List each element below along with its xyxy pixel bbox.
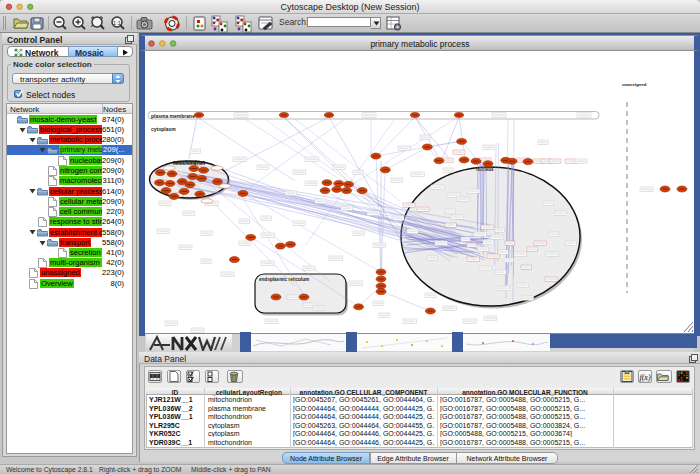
svg-text:plasma membrane: plasma membrane [151,113,195,119]
svg-text:1:1: 1:1 [113,20,122,26]
svg-text:nucleus: nucleus [476,167,494,172]
svg-text:unassigned: unassigned [622,82,647,87]
svg-text:f(x): f(x) [639,373,650,382]
svg-text:endoplasmic reticulum: endoplasmic reticulum [259,277,309,282]
svg-text:cytoplasm: cytoplasm [151,126,176,132]
svg-text:mitochondrion: mitochondrion [173,161,205,166]
